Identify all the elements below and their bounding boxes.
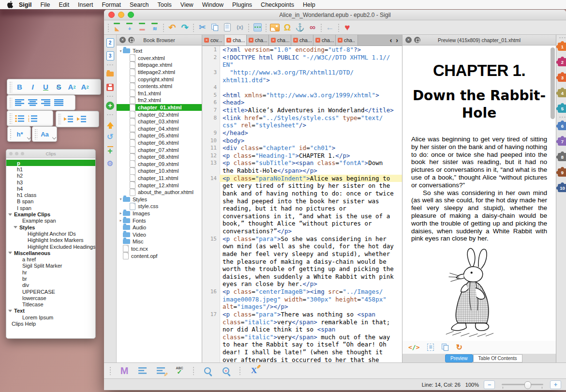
- plugin-button-4[interactable]: 4: [558, 89, 566, 97]
- preview-tab-preview[interactable]: Preview: [445, 354, 473, 362]
- edit-toc-icon[interactable]: ✎: [154, 364, 168, 377]
- inspect-code-icon[interactable]: </>: [408, 344, 419, 351]
- tree-item-chapter_07-xhtml[interactable]: chapter_07.xhtml: [117, 146, 202, 153]
- clip-item-lorem-ipsum[interactable]: Lorem Ipsum: [6, 314, 95, 320]
- menu-view[interactable]: View: [176, 1, 198, 8]
- anchor-icon[interactable]: ⚓: [294, 22, 306, 33]
- palette-drag-handle[interactable]: [9, 81, 12, 92]
- zoom-in-button[interactable]: +: [550, 380, 561, 389]
- window-titlebar[interactable]: Alice_in_Wonderland.epub - epub2.0 - Sig…: [104, 10, 566, 20]
- outdent-button[interactable]: [62, 113, 75, 125]
- tree-item-chapter_05-xhtml[interactable]: chapter_05.xhtml: [117, 132, 202, 139]
- save-book-button[interactable]: [105, 82, 116, 92]
- paste-icon[interactable]: [221, 22, 234, 33]
- copy-selection-icon[interactable]: [442, 344, 448, 351]
- menu-file[interactable]: File: [36, 1, 54, 8]
- metadata-editor-icon[interactable]: M: [118, 364, 131, 377]
- close-tab-icon[interactable]: ×: [338, 38, 343, 43]
- tree-item-titlepage2-xhtml[interactable]: titlepage2.xhtml: [117, 69, 202, 76]
- tree-item-contents-xhtml[interactable]: contents.xhtml: [117, 83, 202, 90]
- plugin-button-6[interactable]: 6: [558, 122, 566, 130]
- clip-item-miscellaneous[interactable]: Miscellaneous: [6, 250, 95, 256]
- tree-item-chapter_10-xhtml[interactable]: chapter_10.xhtml: [117, 167, 202, 175]
- menu-window[interactable]: Window: [198, 1, 228, 8]
- book-browser-tree[interactable]: ▾Textcover.xhtmltitlepage.xhtmltitlepage…: [117, 45, 202, 362]
- italic-button[interactable]: I: [26, 81, 39, 93]
- plugin-button-8[interactable]: 8: [558, 153, 566, 161]
- tree-item-chapter_08-xhtml[interactable]: chapter_08.xhtml: [117, 153, 202, 161]
- palette-drag-handle[interactable]: [58, 113, 61, 125]
- clip-item-h3[interactable]: h3: [6, 179, 95, 185]
- close-tab-icon[interactable]: ×: [204, 38, 209, 43]
- menu-sigil[interactable]: Sigil: [15, 1, 36, 8]
- insert-image-icon[interactable]: [268, 22, 281, 33]
- code-view-icon[interactable]: (x): [234, 22, 246, 33]
- insert-plus-button[interactable]: +: [105, 145, 116, 155]
- editor-tab[interactable]: ×cha...: [291, 35, 313, 45]
- subscript-button[interactable]: A2: [65, 81, 78, 93]
- clip-item-h4[interactable]: h4: [6, 185, 95, 192]
- insert-split-marker-icon[interactable]: [251, 22, 264, 33]
- tree-item-fm2-xhtml[interactable]: fm2.xhtml: [117, 97, 202, 104]
- clip-item-br[interactable]: br: [6, 275, 95, 282]
- palette-drag-handle[interactable]: [34, 129, 37, 139]
- donate-heart-icon[interactable]: ♥: [341, 22, 354, 33]
- tree-item-fm1-xhtml[interactable]: fm1.xhtml: [117, 90, 202, 97]
- add-files-button[interactable]: +: [105, 101, 116, 110]
- apple-logo-icon[interactable]: [7, 1, 13, 8]
- tree-item-cover-xhtml[interactable]: cover.xhtml: [117, 55, 202, 62]
- menu-edit[interactable]: Edit: [55, 1, 74, 8]
- spellcheck-icon[interactable]: ABC✓: [173, 364, 186, 377]
- special-character-icon[interactable]: Ω: [281, 22, 294, 33]
- close-tab-icon[interactable]: ×: [293, 38, 298, 43]
- bold-button[interactable]: B: [13, 81, 26, 93]
- collapse-arrow-icon[interactable]: [8, 310, 12, 312]
- zoom-out-button[interactable]: −: [484, 380, 495, 389]
- menu-search[interactable]: Search: [125, 1, 153, 8]
- clip-item-lowercase[interactable]: lowercase: [6, 295, 95, 301]
- tree-item-chapter_02-xhtml[interactable]: chapter_02.xhtml: [117, 111, 202, 118]
- tree-item-chapter_04-xhtml[interactable]: chapter_04.xhtml: [117, 125, 202, 133]
- find-icon[interactable]: [201, 364, 214, 377]
- palette-drag-handle[interactable]: [9, 97, 12, 108]
- clip-item-titlecase[interactable]: Titlecase: [6, 302, 95, 308]
- add-existing-file-icon[interactable]: ◣: [111, 22, 123, 33]
- clip-item-example-clips[interactable]: Example Clips: [6, 211, 95, 217]
- tree-item-Misc[interactable]: Misc: [117, 238, 202, 245]
- clip-item-h1-class[interactable]: h1 class: [6, 192, 95, 198]
- float-panel-icon[interactable]: [128, 37, 134, 43]
- editor-tab[interactable]: ×cha...: [224, 35, 247, 45]
- tree-item-chapter_11-xhtml[interactable]: chapter_11.xhtml: [117, 175, 202, 182]
- tree-item-copyright-xhtml[interactable]: copyright.xhtml: [117, 75, 202, 83]
- cut-icon[interactable]: ✂: [196, 22, 209, 33]
- align-justify-button[interactable]: [52, 97, 65, 108]
- clip-item-clips-help[interactable]: Clips Help: [6, 320, 95, 327]
- tree-item-style-css[interactable]: style.css: [117, 203, 202, 210]
- tree-item-Fonts[interactable]: ▸Fonts: [117, 217, 202, 224]
- back-icon[interactable]: ←: [324, 22, 336, 33]
- redo-icon[interactable]: ↷: [179, 22, 191, 33]
- clip-item-div[interactable]: div: [6, 282, 95, 288]
- collapse-arrow-icon[interactable]: ▾: [119, 49, 123, 53]
- add-blank-section-icon[interactable]: +: [123, 22, 136, 33]
- editor-tab[interactable]: ×cha...: [269, 35, 291, 45]
- numbered-list-button[interactable]: 123: [26, 113, 39, 124]
- generate-toc-icon[interactable]: [136, 364, 149, 377]
- zoom-slider[interactable]: [502, 384, 543, 385]
- bullet-list-button[interactable]: [13, 113, 26, 124]
- tree-item-chapter_06-xhtml[interactable]: chapter_06.xhtml: [117, 139, 202, 147]
- clip-item-sigil-split-marker[interactable]: Sigil Split Marker: [6, 263, 95, 269]
- underline-button[interactable]: U: [39, 81, 52, 93]
- menu-insert[interactable]: Insert: [74, 1, 97, 8]
- plugin-button-9[interactable]: 9: [558, 168, 566, 177]
- preview-tab-table-of-contents[interactable]: Table Of Contents: [473, 354, 522, 362]
- palette-drag-handle[interactable]: [9, 113, 12, 124]
- collapse-arrow-icon[interactable]: [8, 213, 12, 216]
- validate-epub-icon[interactable]: X✎: [247, 364, 261, 377]
- align-center-button[interactable]: [26, 97, 39, 108]
- select-lines-icon[interactable]: ≡: [427, 344, 433, 351]
- split-at-cursor-icon[interactable]: ≋: [149, 22, 161, 33]
- change-case-button[interactable]: Aa: [38, 128, 51, 140]
- clip-item-a-href[interactable]: a href: [6, 256, 95, 262]
- tree-item-Styles[interactable]: ▾Styles: [117, 196, 202, 203]
